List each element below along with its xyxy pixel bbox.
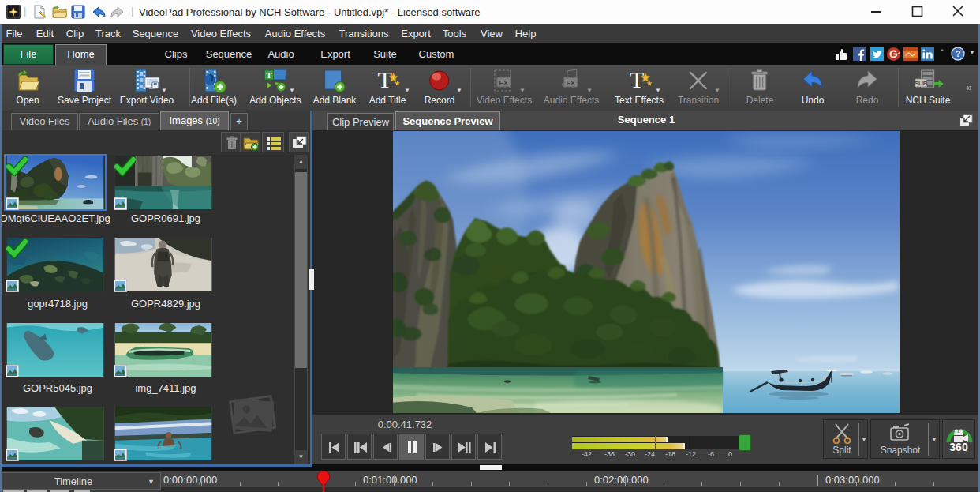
- svg-text:FX: FX: [567, 79, 576, 87]
- svg-text:FX: FX: [499, 79, 509, 87]
- svg-text:SUB: SUB: [915, 80, 928, 87]
- svg-text:T: T: [378, 68, 392, 92]
- svg-text:T: T: [266, 70, 272, 80]
- svg-text:?: ?: [956, 49, 961, 58]
- svg-text:T: T: [630, 68, 644, 92]
